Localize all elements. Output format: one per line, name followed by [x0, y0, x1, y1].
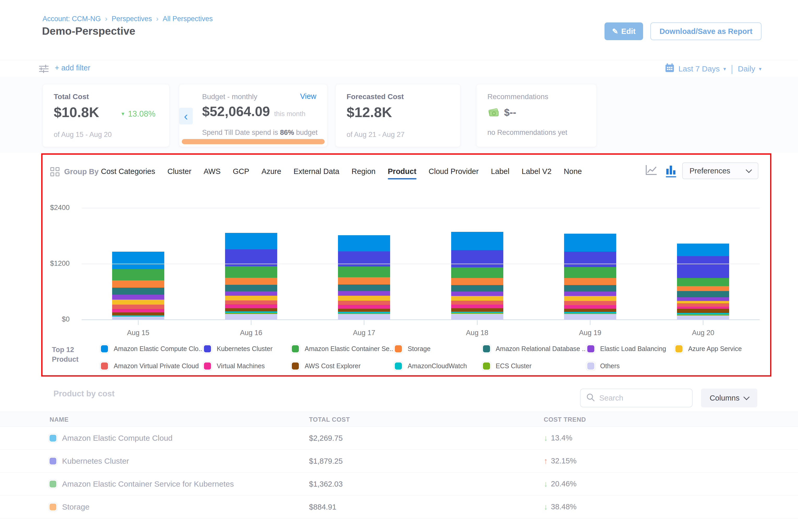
- line-chart-icon[interactable]: [645, 165, 658, 176]
- table-row[interactable]: Kubernetes Cluster$1,879.25↑32.15%: [0, 450, 798, 473]
- bar-segment[interactable]: [677, 297, 729, 301]
- bar-segment[interactable]: [338, 291, 390, 296]
- tab-azure[interactable]: Azure: [262, 167, 281, 176]
- bar-segment[interactable]: [677, 303, 729, 307]
- table-row[interactable]: Amazon Elastic Compute Cloud$2,269.75↓13…: [0, 426, 798, 450]
- table-row[interactable]: Storage$884.91↓38.48%: [0, 495, 798, 518]
- bar-segment[interactable]: [564, 314, 616, 320]
- bar-chart-icon[interactable]: [666, 165, 676, 177]
- bar-segment[interactable]: [451, 291, 503, 296]
- time-range-dropdown[interactable]: Last 7 Days ▾: [665, 63, 726, 75]
- legend-item[interactable]: Elastic Load Balancing: [587, 343, 675, 355]
- bar-segment[interactable]: [451, 301, 503, 305]
- stacked-bar[interactable]: [451, 232, 503, 320]
- legend-item[interactable]: Azure App Service: [676, 343, 763, 355]
- bar-segment[interactable]: [564, 278, 616, 285]
- tab-label[interactable]: Label: [491, 167, 509, 176]
- bar-segment[interactable]: [677, 291, 729, 297]
- bar-segment[interactable]: [338, 285, 390, 291]
- bar-segment[interactable]: [225, 304, 277, 308]
- bar-segment[interactable]: [112, 269, 164, 280]
- tab-none[interactable]: None: [564, 167, 582, 176]
- bar-segment[interactable]: [112, 305, 164, 309]
- bar-segment[interactable]: [338, 296, 390, 301]
- chevron-left-icon[interactable]: ‹: [179, 108, 193, 125]
- bar-segment[interactable]: [451, 250, 503, 267]
- bar-segment[interactable]: [338, 305, 390, 309]
- bar-segment[interactable]: [564, 305, 616, 309]
- bar-segment[interactable]: [338, 301, 390, 305]
- bar-segment[interactable]: [564, 267, 616, 278]
- breadcrumb-link[interactable]: Perspectives: [112, 15, 152, 23]
- bar-segment[interactable]: [451, 296, 503, 301]
- bar-segment[interactable]: [677, 309, 729, 313]
- bar-segment[interactable]: [338, 314, 390, 320]
- stacked-bar[interactable]: [338, 235, 390, 320]
- bar-segment[interactable]: [564, 234, 616, 252]
- bar-segment[interactable]: [225, 266, 277, 278]
- bar-segment[interactable]: [225, 314, 277, 320]
- bar-segment[interactable]: [451, 278, 503, 285]
- stacked-bar[interactable]: [225, 233, 277, 320]
- legend-item[interactable]: ECS Cluster: [483, 360, 588, 372]
- bar-segment[interactable]: [338, 267, 390, 277]
- bar-segment[interactable]: [564, 309, 616, 312]
- bar-segment[interactable]: [225, 285, 277, 291]
- legend-item[interactable]: Amazon Elastic Container Se...: [292, 343, 395, 355]
- tab-cost-categories[interactable]: Cost Categories: [101, 167, 155, 176]
- bar-segment[interactable]: [451, 308, 503, 311]
- bar-segment[interactable]: [564, 296, 616, 301]
- bar-segment[interactable]: [677, 244, 729, 256]
- search-input[interactable]: [599, 394, 686, 403]
- legend-item[interactable]: Amazon Virtual Private Cloud: [101, 360, 204, 372]
- tab-external-data[interactable]: External Data: [293, 167, 339, 176]
- bar-segment[interactable]: [564, 301, 616, 305]
- row-name[interactable]: Storage: [62, 502, 90, 511]
- tab-cloud-provider[interactable]: Cloud Provider: [429, 167, 479, 176]
- stacked-bar[interactable]: [677, 244, 729, 320]
- bar-segment[interactable]: [338, 277, 390, 285]
- breadcrumb-link[interactable]: Account: CCM-NG: [42, 15, 101, 23]
- legend-item[interactable]: Storage: [395, 343, 483, 355]
- bar-segment[interactable]: [112, 280, 164, 288]
- bar-segment[interactable]: [451, 232, 503, 250]
- column-header-total-cost[interactable]: TOTAL COST: [309, 416, 350, 423]
- legend-item[interactable]: Virtual Machines: [204, 360, 292, 372]
- row-name[interactable]: Kubernetes Cluster: [62, 457, 129, 466]
- bar-segment[interactable]: [225, 278, 277, 285]
- tab-cluster[interactable]: Cluster: [167, 167, 191, 176]
- legend-item[interactable]: Others: [587, 360, 675, 372]
- row-name[interactable]: Amazon Elastic Container Service for Kub…: [62, 480, 234, 489]
- bar-segment[interactable]: [677, 256, 729, 278]
- bar-segment[interactable]: [338, 309, 390, 312]
- tab-product[interactable]: Product: [388, 167, 416, 176]
- stacked-bar[interactable]: [112, 252, 164, 320]
- bar-segment[interactable]: [225, 233, 277, 249]
- legend-item[interactable]: Amazon Relational Database ...: [483, 343, 588, 355]
- bar-segment[interactable]: [564, 291, 616, 296]
- download-save-report-button[interactable]: Download/Save as Report: [650, 22, 761, 40]
- bar-segment[interactable]: [564, 285, 616, 291]
- filter-sliders-icon[interactable]: [38, 63, 50, 75]
- add-filter-link[interactable]: + add filter: [55, 64, 90, 72]
- column-header-cost-trend[interactable]: COST TREND: [544, 416, 586, 423]
- bar-segment[interactable]: [677, 307, 729, 309]
- bar-segment[interactable]: [225, 300, 277, 304]
- bar-segment[interactable]: [225, 296, 277, 300]
- bar-segment[interactable]: [451, 267, 503, 278]
- bar-segment[interactable]: [677, 286, 729, 291]
- bar-segment[interactable]: [451, 305, 503, 308]
- bar-segment[interactable]: [112, 252, 164, 269]
- legend-item[interactable]: Amazon Elastic Compute Clo...: [101, 343, 204, 355]
- bar-segment[interactable]: [225, 291, 277, 296]
- tab-label-v2[interactable]: Label V2: [521, 167, 552, 176]
- tab-aws[interactable]: AWS: [204, 167, 221, 176]
- row-name[interactable]: Amazon Elastic Compute Cloud: [62, 434, 173, 442]
- bar-segment[interactable]: [112, 288, 164, 295]
- bar-segment[interactable]: [677, 316, 729, 320]
- tab-region[interactable]: Region: [352, 167, 376, 176]
- legend-item[interactable]: Kubernetes Cluster: [204, 343, 292, 355]
- legend-item[interactable]: AmazonCloudWatch: [395, 360, 483, 372]
- bar-segment[interactable]: [677, 278, 729, 286]
- bar-segment[interactable]: [338, 251, 390, 267]
